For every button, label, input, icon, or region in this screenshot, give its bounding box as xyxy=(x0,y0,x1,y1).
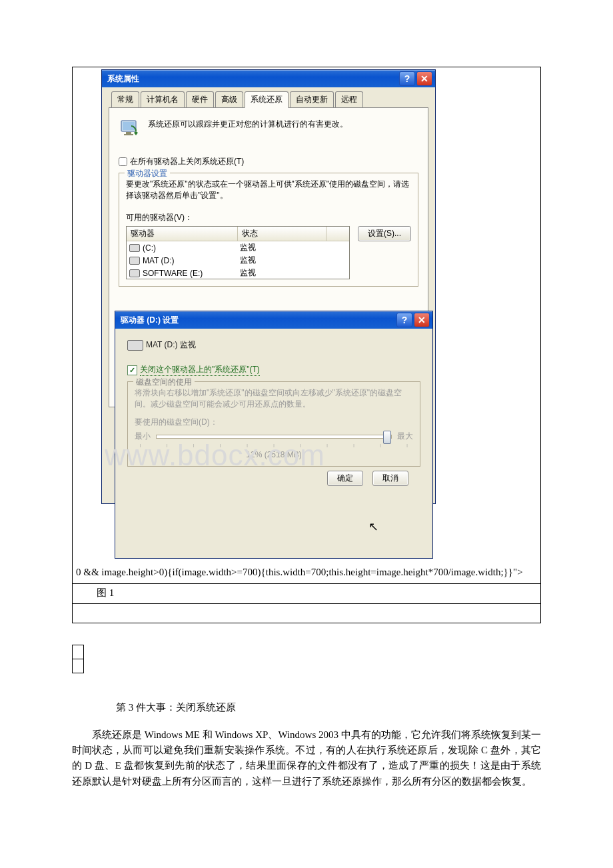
checkbox-label: 关闭这个驱动器上的"系统还原"(T) xyxy=(140,364,260,376)
tab-system-restore[interactable]: 系统还原 xyxy=(245,91,289,108)
empty-cell xyxy=(72,604,541,623)
slider-max: 最大 xyxy=(397,431,413,442)
tab-auto-update[interactable]: 自动更新 xyxy=(290,91,334,107)
list-item[interactable]: (C:) 监视 xyxy=(127,241,349,254)
slider-value: 12% (2518 MB) xyxy=(135,450,413,459)
slider-min: 最小 xyxy=(135,431,151,442)
listview-header[interactable]: 驱动器 状态 xyxy=(127,227,349,241)
cancel-button[interactable]: 取消 xyxy=(372,471,408,486)
drive-icon xyxy=(129,244,140,252)
slider-track[interactable] xyxy=(156,435,392,439)
ok-button[interactable]: 确定 xyxy=(327,471,363,486)
screenshot: 系统属性 ? ✕ 常规 计算机名 硬件 高级 系统还原 自动更新 远程 xyxy=(75,69,434,563)
close-icon[interactable]: ✕ xyxy=(416,71,432,86)
dialog-title: 系统属性 xyxy=(107,73,398,85)
body-paragraph: 系统还原是 Windows ME 和 Windows XP、Windows 20… xyxy=(72,727,541,789)
available-drives-label: 可用的驱动器(V)： xyxy=(126,212,411,223)
intro-text: 系统还原可以跟踪并更正对您的计算机进行的有害更改。 xyxy=(148,117,348,130)
drive-icon xyxy=(129,269,140,277)
groupbox-legend: 磁盘空间的使用 xyxy=(133,377,195,388)
drive-icon xyxy=(127,340,143,351)
svg-rect-3 xyxy=(124,134,133,135)
tabs: 常规 计算机名 硬件 高级 系统还原 自动更新 远程 xyxy=(109,91,428,108)
help-icon[interactable]: ? xyxy=(396,313,412,327)
settings-button[interactable]: 设置(S)... xyxy=(358,226,411,241)
figure-cell: 系统属性 ? ✕ 常规 计算机名 硬件 高级 系统还原 自动更新 远程 xyxy=(72,67,541,584)
help-icon[interactable]: ? xyxy=(399,71,415,86)
tab-advanced[interactable]: 高级 xyxy=(215,91,243,107)
drive-settings-dialog: 驱动器 (D:) 设置 ? ✕ MAT (D:) 监视 ✓ 关闭这个驱动器上的"… xyxy=(115,311,433,559)
titlebar[interactable]: 系统属性 ? ✕ xyxy=(102,70,435,87)
tab-hardware[interactable]: 硬件 xyxy=(186,91,214,107)
col-status[interactable]: 状态 xyxy=(238,227,326,241)
drive-icon xyxy=(129,257,140,265)
checkbox-input[interactable]: ✓ xyxy=(127,365,137,375)
checkbox-input[interactable] xyxy=(119,157,127,166)
close-icon[interactable]: ✕ xyxy=(414,313,430,327)
disk-usage-slider[interactable]: 最小 最大 xyxy=(135,431,413,442)
tab-computer-name[interactable]: 计算机名 xyxy=(141,91,185,107)
drive-line-text: MAT (D:) 监视 xyxy=(146,339,196,351)
figure-caption: 图 1 xyxy=(72,584,541,604)
groupbox-text: 要更改"系统还原"的状态或在一个驱动器上可供"系统还原"使用的磁盘空间，请选择该… xyxy=(126,179,411,201)
drive-listview[interactable]: 驱动器 状态 (C:) 监视 MAT (D:) xyxy=(126,226,350,279)
tab-general[interactable]: 常规 xyxy=(111,91,139,107)
disk-usage-text: 将滑块向右移以增加"系统还原"的磁盘空间或向左移减少"系统还原"的磁盘空间。减少… xyxy=(135,387,413,410)
cursor-icon: ↖ xyxy=(368,519,378,534)
svg-rect-2 xyxy=(126,132,131,134)
list-item[interactable]: SOFTWARE (E:) 监视 xyxy=(127,267,349,279)
titlebar[interactable]: 驱动器 (D:) 设置 ? ✕ xyxy=(115,311,432,329)
disable-drive-checkbox[interactable]: ✓ 关闭这个驱动器上的"系统还原"(T) xyxy=(127,364,420,376)
code-fragment: 0 && image.height>0){if(image.width>=700… xyxy=(75,563,538,581)
dialog-title: 驱动器 (D:) 设置 xyxy=(121,315,395,326)
disk-usage-label: 要使用的磁盘空间(D)： xyxy=(135,417,413,428)
section-heading: 第 3 件大事：关闭系统还原 xyxy=(72,701,541,714)
groupbox-legend: 驱动器设置 xyxy=(125,168,170,179)
col-drive[interactable]: 驱动器 xyxy=(127,227,238,241)
monitor-arrow-icon xyxy=(119,117,141,140)
slider-thumb[interactable] xyxy=(383,431,391,444)
tab-remote[interactable]: 远程 xyxy=(335,91,363,107)
list-item[interactable]: MAT (D:) 监视 xyxy=(127,254,349,267)
disable-all-checkbox[interactable]: 在所有驱动器上关闭系统还原(T) xyxy=(119,156,418,167)
checkbox-label: 在所有驱动器上关闭系统还原(T) xyxy=(130,156,244,167)
tiny-table xyxy=(72,645,84,673)
